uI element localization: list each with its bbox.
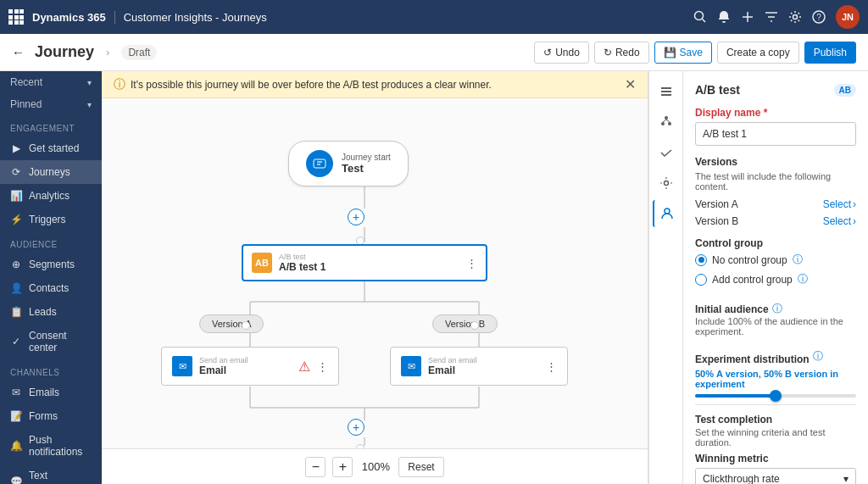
recent-expand[interactable]: Recent ▾	[0, 71, 102, 93]
breadcrumb-separator: ›	[106, 46, 109, 58]
warning-close-button[interactable]: ✕	[625, 76, 636, 92]
slider-thumb[interactable]	[770, 390, 782, 402]
email-a-label: Send an email	[199, 356, 248, 364]
email-b-node[interactable]: ✉ Send an email Email ⋮	[390, 347, 568, 386]
segments-label: Segments	[29, 259, 75, 270]
version-a-label: Version A	[199, 314, 264, 333]
version-b-select[interactable]: Select ›	[823, 215, 856, 227]
analytics-icon: 📊	[10, 190, 22, 202]
svg-rect-22	[314, 159, 326, 168]
sidebar-item-contacts[interactable]: 👤 Contacts	[0, 276, 102, 300]
pinned-expand[interactable]: Pinned ▾	[0, 93, 102, 115]
sidebar-item-get-started[interactable]: ▶ Get started	[0, 136, 102, 160]
panel-icon-bar	[648, 71, 682, 484]
svg-line-32	[666, 120, 670, 122]
undo-button[interactable]: ↺ Undo	[534, 42, 589, 64]
ab-test-header: AB A/B test A/B test 1 ⋮	[243, 246, 486, 280]
save-label: Save	[680, 47, 703, 58]
version-a-select[interactable]: Select ›	[823, 198, 856, 210]
settings-icon[interactable]	[788, 10, 802, 24]
zoom-in-button[interactable]: +	[332, 457, 353, 477]
sidebar-item-emails[interactable]: ✉ Emails	[0, 381, 102, 404]
toolbar2: ← Journey › Draft ↺ Undo ↻ Redo 💾 Save C…	[0, 34, 868, 71]
control-group-title: Control group	[695, 237, 856, 249]
sidebar-item-push[interactable]: 🔔 Push notifications	[0, 428, 102, 464]
version-a-dot	[242, 321, 250, 330]
toolbar-actions: ↺ Undo ↻ Redo 💾 Save Create a copy Publi…	[534, 42, 856, 64]
distribution-text: 50% A version, 50% B version in experime…	[695, 369, 856, 389]
add-control-info[interactable]: ⓘ	[798, 272, 808, 287]
version-b-row: Version B Select ›	[695, 215, 856, 227]
add-control-label: Add control group	[712, 274, 793, 286]
triggers-label: Triggers	[29, 214, 66, 225]
save-button[interactable]: 💾 Save	[654, 42, 712, 64]
journey-start-label: Journey start	[342, 153, 391, 162]
experiment-dist-info[interactable]: ⓘ	[813, 349, 823, 364]
ab-test-value: A/B test 1	[279, 261, 326, 273]
sidebar-item-analytics[interactable]: 📊 Analytics	[0, 184, 102, 208]
topbar: Dynamics 365 Customer Insights - Journey…	[0, 0, 868, 34]
winning-metric-value: Clickthrough rate	[703, 473, 780, 484]
panel-icon-check[interactable]	[653, 139, 680, 166]
filter-icon[interactable]	[765, 10, 778, 24]
plus-icon[interactable]	[741, 10, 754, 24]
journey-canvas[interactable]: Journey start Test + AB A/B test A/B tes…	[102, 98, 648, 448]
panel-icon-person[interactable]	[653, 200, 680, 227]
initial-audience-header: Initial audience ⓘ	[695, 293, 856, 316]
copy-button[interactable]: Create a copy	[717, 42, 799, 64]
ab-panel-badge: AB	[834, 84, 856, 97]
email-a-menu-button[interactable]: ⋮	[317, 360, 328, 373]
version-b-chevron: ›	[853, 215, 856, 227]
test-completion-desc: Set the winning criteria and test durati…	[695, 427, 856, 448]
journey-start-value: Test	[342, 162, 391, 175]
redo-button[interactable]: ↻ Redo	[594, 42, 649, 64]
journey-start-text: Journey start Test	[342, 153, 391, 175]
forms-label: Forms	[29, 410, 58, 422]
display-name-input[interactable]	[695, 122, 856, 146]
ab-test-panel: A/B test AB Display name * Versions The …	[682, 71, 868, 484]
publish-button[interactable]: Publish	[804, 42, 856, 64]
sidebar-item-consent[interactable]: ✓ Consent center	[0, 324, 102, 359]
sidebar-item-sms[interactable]: 💬 Text messages	[0, 464, 102, 484]
zoom-out-button[interactable]: −	[305, 457, 326, 477]
contacts-icon: 👤	[10, 282, 22, 294]
back-button[interactable]: ←	[12, 45, 25, 59]
winning-metric-dropdown[interactable]: Clickthrough rate ▾	[695, 468, 856, 484]
ab-test-node[interactable]: AB A/B test A/B test 1 ⋮	[242, 244, 487, 281]
sidebar-item-leads[interactable]: 📋 Leads	[0, 300, 102, 324]
add-control-radio[interactable]: Add control group ⓘ	[695, 272, 856, 287]
ab-test-label: A/B test	[279, 253, 326, 261]
initial-audience-info[interactable]: ⓘ	[772, 302, 782, 316]
sidebar-item-journeys[interactable]: ⟳ Journeys	[0, 160, 102, 184]
add-connector-2[interactable]: +	[348, 419, 364, 436]
journeys-icon: ⟳	[10, 166, 22, 178]
app-logo[interactable]: Dynamics 365	[8, 9, 106, 25]
email-b-menu-button[interactable]: ⋮	[546, 360, 557, 373]
reset-button[interactable]: Reset	[398, 457, 443, 477]
distribution-slider[interactable]	[695, 394, 856, 398]
svg-point-0	[695, 12, 704, 20]
search-icon[interactable]	[693, 10, 707, 24]
sidebar-item-triggers[interactable]: ⚡ Triggers	[0, 208, 102, 231]
pinned-label: Pinned	[10, 98, 42, 110]
panel-icon-layers[interactable]	[653, 78, 680, 105]
zoom-level: 100%	[359, 460, 392, 473]
no-control-info[interactable]: ⓘ	[793, 253, 803, 267]
svg-rect-27	[661, 94, 671, 96]
bell-icon[interactable]	[717, 10, 731, 24]
sidebar-item-segments[interactable]: ⊕ Segments	[0, 253, 102, 276]
version-a-name: Version A	[695, 198, 738, 210]
sidebar-item-forms[interactable]: 📝 Forms	[0, 404, 102, 428]
add-connector-1[interactable]: +	[348, 209, 364, 225]
panel-icon-tree[interactable]	[653, 108, 680, 136]
email-b-label: Send an email	[428, 356, 477, 364]
emails-label: Emails	[29, 387, 59, 398]
panel-icon-settings[interactable]	[653, 170, 680, 197]
email-a-node[interactable]: ✉ Send an email Email ⚠ ⋮	[161, 347, 339, 386]
help-icon[interactable]: ?	[812, 10, 826, 24]
ab-menu-button[interactable]: ⋮	[466, 257, 477, 270]
svg-rect-25	[661, 87, 671, 89]
user-avatar[interactable]: JN	[836, 5, 860, 29]
version-b-name: Version B	[695, 215, 738, 227]
no-control-radio[interactable]: No control group ⓘ	[695, 253, 856, 267]
